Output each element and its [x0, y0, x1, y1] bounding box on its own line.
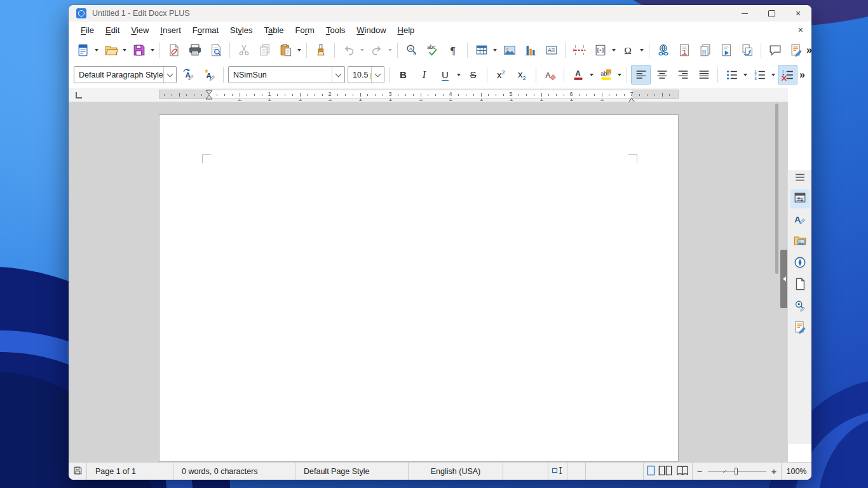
formatting-toolbar-overflow-button[interactable]: » — [799, 69, 805, 81]
italic-button[interactable]: I — [414, 65, 434, 85]
undo-button[interactable] — [339, 40, 358, 60]
titlebar[interactable]: Untitled 1 - Edit Docx PLUS × — [69, 5, 811, 22]
clone-formatting-button[interactable] — [311, 40, 330, 60]
font-color-dropdown[interactable] — [588, 65, 595, 84]
menu-help[interactable]: Help — [392, 24, 421, 37]
vertical-scrollbar-thumb[interactable] — [775, 104, 778, 274]
no-list-button[interactable]: 1 — [778, 65, 797, 85]
close-button[interactable]: × — [785, 5, 811, 22]
copy-button[interactable] — [255, 40, 275, 60]
align-left-button[interactable] — [631, 65, 651, 85]
menu-styles[interactable]: Styles — [224, 24, 258, 37]
insert-comment-button[interactable] — [765, 40, 785, 60]
numbered-list-dropdown[interactable] — [770, 65, 776, 84]
clear-formatting-button[interactable]: A — [540, 65, 560, 85]
save-button[interactable] — [129, 40, 149, 60]
menu-view[interactable]: View — [125, 24, 154, 37]
font-name-combobox[interactable]: NSimSun — [228, 66, 345, 83]
standard-toolbar-overflow-button[interactable]: » — [806, 44, 811, 56]
cut-button[interactable] — [234, 40, 254, 60]
page-number-cell[interactable]: Page 1 of 1 — [87, 463, 173, 480]
insert-field-button[interactable] — [590, 40, 610, 60]
save-dropdown[interactable] — [149, 41, 156, 59]
insert-hyperlink-button[interactable] — [653, 40, 673, 60]
insert-table-dropdown[interactable] — [491, 41, 498, 59]
font-size-combobox-dropdown[interactable] — [371, 67, 384, 83]
page-style-cell[interactable]: Default Page Style — [295, 463, 409, 480]
view-book-button[interactable] — [675, 465, 689, 478]
paragraph-style-combobox-dropdown[interactable] — [163, 67, 176, 83]
underline-dropdown[interactable] — [455, 65, 462, 84]
insert-endnote-button[interactable]: [i] — [695, 40, 715, 60]
font-color-button[interactable]: A — [568, 65, 588, 85]
document-workspace[interactable] — [69, 102, 788, 462]
zoom-in-button[interactable]: + — [771, 466, 777, 477]
font-name-combobox-dropdown[interactable] — [332, 67, 344, 83]
print-button[interactable] — [185, 40, 205, 60]
insert-special-character-dropdown[interactable] — [638, 41, 645, 59]
find-and-replace-button[interactable]: ad — [402, 40, 421, 60]
zoom-slider[interactable] — [708, 468, 766, 475]
menu-window[interactable]: Window — [351, 24, 391, 37]
redo-button[interactable] — [367, 40, 386, 60]
sidebar-tab-properties[interactable] — [790, 189, 810, 208]
new-document-button[interactable] — [73, 40, 93, 60]
menu-table[interactable]: Table — [258, 24, 289, 37]
bullet-list-dropdown[interactable] — [742, 65, 749, 84]
align-center-button[interactable] — [652, 65, 672, 85]
insert-textbox-button[interactable]: A — [541, 40, 561, 60]
new-document-dropdown[interactable] — [93, 41, 100, 59]
menu-edit[interactable]: Edit — [100, 24, 125, 37]
superscript-button[interactable]: x2 — [491, 65, 511, 85]
redo-dropdown[interactable] — [386, 41, 393, 59]
paragraph-style-combobox[interactable]: Default Paragraph Style — [74, 66, 177, 83]
insert-chart-button[interactable] — [520, 40, 540, 60]
paste-button[interactable] — [276, 40, 295, 60]
insert-image-button[interactable] — [499, 40, 519, 60]
maximize-button[interactable] — [758, 5, 785, 22]
insert-field-dropdown[interactable] — [610, 41, 617, 59]
export-pdf-button[interactable] — [164, 40, 184, 60]
insert-special-character-button[interactable]: Ω — [618, 40, 638, 60]
zoom-level-cell[interactable]: 100% — [782, 463, 811, 480]
zoom-out-button[interactable]: − — [697, 466, 703, 477]
track-changes-button[interactable] — [786, 40, 806, 60]
font-size-combobox[interactable]: 10.5 pt — [348, 66, 384, 83]
insert-footnote-button[interactable]: 1 — [674, 40, 694, 60]
highlight-color-button[interactable]: ab — [596, 65, 616, 85]
new-style-button[interactable]: A — [200, 65, 219, 85]
insert-cross-reference-button[interactable] — [737, 40, 757, 60]
sidebar-tab-styles[interactable]: A — [790, 211, 810, 230]
selection-mode-cell[interactable] — [548, 463, 567, 480]
zoom-slider-handle[interactable] — [735, 468, 738, 475]
bullet-list-button[interactable] — [722, 65, 742, 85]
highlight-color-dropdown[interactable] — [616, 65, 623, 84]
insert-page-break-button[interactable] — [569, 40, 589, 60]
undo-dropdown[interactable] — [358, 41, 365, 59]
view-single-page-button[interactable] — [647, 465, 655, 478]
numbered-list-button[interactable]: 123 — [750, 65, 770, 85]
menu-insert[interactable]: Insert — [154, 24, 187, 37]
print-preview-button[interactable] — [206, 40, 226, 60]
view-multi-page-button[interactable] — [658, 465, 672, 478]
save-status-cell[interactable] — [69, 463, 87, 480]
sidebar-tab-page-panel[interactable] — [790, 276, 810, 295]
open-dropdown[interactable] — [121, 41, 128, 59]
minimize-button[interactable] — [731, 5, 758, 22]
paste-dropdown[interactable] — [295, 41, 302, 59]
close-document-icon[interactable]: × — [798, 25, 803, 35]
sidebar-tab-navigator[interactable] — [790, 254, 810, 273]
menu-form[interactable]: Form — [290, 24, 320, 37]
menu-file[interactable]: File — [75, 24, 100, 37]
sidebar-tab-style-inspector[interactable] — [790, 297, 810, 316]
bold-button[interactable]: B — [393, 65, 413, 85]
sidebar-tab-gallery[interactable] — [790, 233, 810, 252]
open-button[interactable] — [101, 40, 121, 60]
sidebar-tab-accessibility-check[interactable] — [790, 319, 810, 338]
insert-table-button[interactable] — [471, 40, 491, 60]
underline-button[interactable]: U — [435, 65, 455, 85]
document-page[interactable] — [159, 114, 679, 462]
subscript-button[interactable]: x2 — [512, 65, 532, 85]
word-count-cell[interactable]: 0 words, 0 characters — [173, 463, 295, 480]
strikethrough-button[interactable]: S — [463, 65, 483, 85]
